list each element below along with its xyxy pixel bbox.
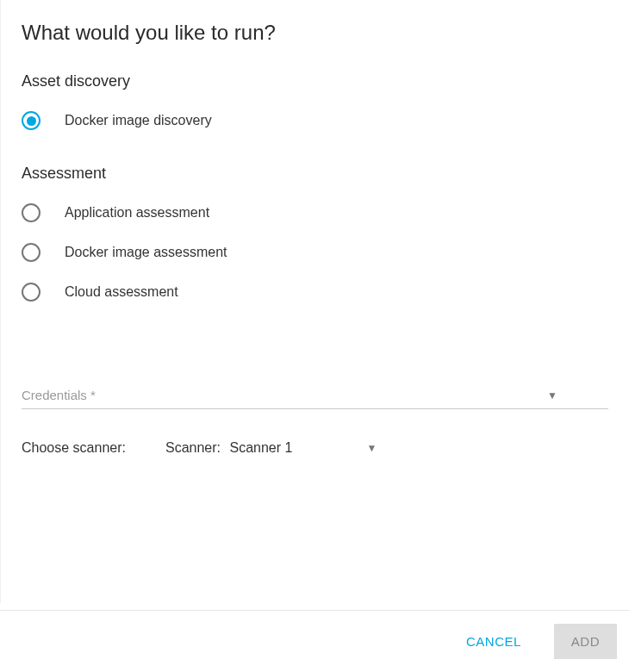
radio-docker-image-discovery[interactable]: Docker image discovery [22,111,608,130]
radio-label: Docker image discovery [65,113,212,128]
credentials-field[interactable]: Credentials * ▼ [22,388,608,409]
radio-unselected-icon [22,203,40,222]
dialog-title: What would you like to run? [22,21,608,45]
credentials-label: Credentials * [22,388,96,402]
radio-group-discovery: Docker image discovery [22,111,608,130]
radio-application-assessment[interactable]: Application assessment [22,203,608,222]
choose-scanner-label: Choose scanner: [22,440,126,456]
scanner-select[interactable]: Scanner: Scanner 1 ▼ [165,440,377,456]
radio-unselected-icon [22,243,40,262]
scanner-row: Choose scanner: Scanner: Scanner 1 ▼ [22,440,608,456]
radio-selected-icon [22,111,40,130]
run-dialog: What would you like to run? Asset discov… [0,0,629,603]
dialog-footer: CANCEL ADD [0,610,629,672]
radio-docker-image-assessment[interactable]: Docker image assessment [22,243,608,262]
radio-label: Cloud assessment [65,284,178,300]
cancel-button[interactable]: CANCEL [449,624,539,659]
scanner-prefix: Scanner: [165,440,221,455]
chevron-down-icon[interactable]: ▼ [547,389,557,401]
radio-group-assessment: Application assessment Docker image asse… [22,203,608,302]
radio-label: Docker image assessment [65,245,227,260]
scanner-value: Scanner 1 [229,440,292,455]
radio-cloud-assessment[interactable]: Cloud assessment [22,283,608,302]
section-assessment-label: Assessment [22,165,608,183]
radio-unselected-icon [22,283,40,302]
radio-label: Application assessment [65,205,209,221]
add-button[interactable]: ADD [554,624,617,659]
section-asset-discovery-label: Asset discovery [22,72,608,90]
chevron-down-icon[interactable]: ▼ [366,442,377,454]
